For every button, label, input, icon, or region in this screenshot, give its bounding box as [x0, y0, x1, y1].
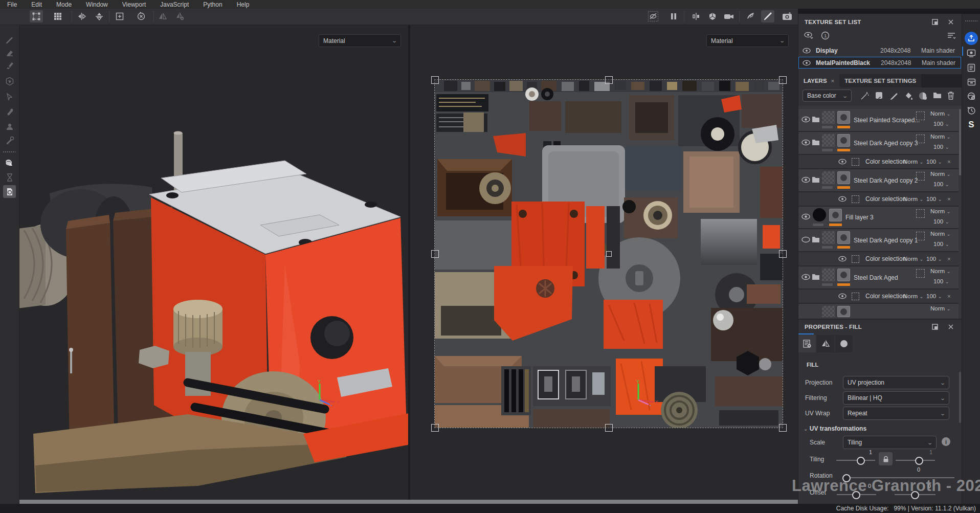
- layer-mask-slot[interactable]: [916, 269, 925, 278]
- add-effect-wand-icon[interactable]: [860, 91, 870, 101]
- reset-rotation-icon[interactable]: [135, 10, 148, 23]
- tiling-y-knob[interactable]: [915, 457, 923, 465]
- resources-updater-icon[interactable]: [3, 185, 16, 198]
- add-smart-mask-icon[interactable]: [918, 91, 928, 101]
- log-panel-icon[interactable]: [965, 61, 978, 74]
- polygon-fill-tool-icon[interactable]: [3, 75, 16, 87]
- remove-effect-icon[interactable]: ×: [947, 159, 951, 165]
- tiling-y-value[interactable]: 1: [929, 449, 932, 455]
- layer-row[interactable]: Steel Dark Aged copy 2 Norm ⌄ 100 ⌄: [798, 169, 959, 192]
- blend-mode-dropdown[interactable]: Norm ⌄: [930, 268, 951, 274]
- effect-thumbnail[interactable]: [852, 255, 859, 263]
- layer-mask-thumbnail[interactable]: [822, 231, 835, 244]
- menu-file[interactable]: File: [0, 1, 24, 8]
- visibility-sync-icon[interactable]: [804, 31, 814, 40]
- split-view-icon[interactable]: [689, 10, 703, 23]
- float-panel-icon[interactable]: [931, 323, 939, 330]
- blend-mode-dropdown[interactable]: Norm ⌄: [930, 133, 951, 140]
- scale-dropdown[interactable]: Tiling ⌄: [843, 436, 937, 449]
- opacity-dropdown[interactable]: 100 ⌄: [926, 159, 942, 165]
- uv-texture-canvas[interactable]: [435, 80, 783, 428]
- opacity-dropdown[interactable]: 100 ⌄: [933, 241, 949, 247]
- eye-icon[interactable]: [801, 116, 810, 123]
- layer-content-thumbnail[interactable]: [837, 269, 850, 281]
- shader-settings-icon[interactable]: [965, 90, 978, 103]
- eye-icon[interactable]: [803, 48, 811, 54]
- tab-layers[interactable]: LAYERS ×: [798, 74, 839, 87]
- fill-layer-thumbnail[interactable]: [813, 208, 826, 221]
- layer-mask-slot[interactable]: [916, 232, 925, 240]
- layer-content-thumbnail[interactable]: [829, 209, 842, 221]
- eye-icon[interactable]: [801, 213, 810, 220]
- camera-view-icon[interactable]: [722, 10, 736, 23]
- eraser-tool-icon[interactable]: [3, 46, 16, 59]
- layer-content-thumbnail[interactable]: [837, 306, 850, 317]
- blend-mode-dropdown[interactable]: Norm ⌄: [930, 208, 951, 214]
- blend-mode-dropdown[interactable]: Norm ⌄: [903, 196, 924, 202]
- layer-mask-slot[interactable]: [916, 111, 925, 120]
- mirror-horizontal-icon[interactable]: [75, 10, 88, 23]
- shading-mode-dropdown-2d[interactable]: Material ⌄: [706, 34, 789, 47]
- eye-icon[interactable]: [803, 60, 811, 66]
- layer-mask-slot[interactable]: [916, 135, 925, 143]
- channel-dropdown[interactable]: Base color ⌄: [803, 90, 852, 102]
- tab-close-icon[interactable]: ×: [831, 78, 835, 84]
- focus-frame-icon[interactable]: [113, 10, 126, 23]
- layer-row[interactable]: Steel Dark Aged copy 1 Norm ⌄ 100 ⌄: [798, 229, 959, 252]
- uv-transformations-header[interactable]: ⌄ UV transformations: [804, 425, 866, 432]
- share-export-icon[interactable]: [965, 32, 978, 45]
- layer-row[interactable]: Steel Painted Scraped... Norm ⌄ 100 ⌄: [798, 109, 959, 132]
- color-selection-effect-row[interactable]: Color selection Norm ⌄ 100 ⌄ ×: [798, 192, 959, 207]
- uv-handle-bottom-right[interactable]: [779, 424, 787, 432]
- eye-icon[interactable]: [838, 293, 847, 299]
- paint-brush-tool-icon[interactable]: [3, 33, 16, 46]
- menu-python[interactable]: Python: [196, 1, 229, 8]
- symmetry-settings-disabled-icon[interactable]: [173, 10, 187, 23]
- blend-mode-dropdown[interactable]: Norm ⌄: [930, 110, 951, 117]
- tiling-lock-button[interactable]: [879, 452, 893, 465]
- menu-window[interactable]: Window: [79, 1, 115, 8]
- rail-grip[interactable]: [965, 20, 978, 22]
- layer-row[interactable]: Fill layer 3 Norm ⌄ 100 ⌄: [798, 207, 959, 229]
- layer-mask-thumbnail[interactable]: [822, 269, 835, 281]
- mirror-vertical-icon[interactable]: [93, 10, 106, 23]
- menu-edit[interactable]: Edit: [24, 1, 49, 8]
- eye-icon[interactable]: [838, 256, 847, 262]
- effect-thumbnail[interactable]: [852, 195, 859, 203]
- blend-mode-dropdown[interactable]: Norm ⌄: [903, 293, 924, 299]
- remove-effect-icon[interactable]: ×: [947, 256, 951, 262]
- texture-set-row-display[interactable]: Display 2048x2048 Main shader: [798, 44, 962, 56]
- opacity-dropdown[interactable]: 100 ⌄: [926, 196, 942, 202]
- opacity-dropdown[interactable]: 100 ⌄: [933, 121, 949, 127]
- blend-mode-dropdown[interactable]: Norm ⌄: [930, 171, 951, 177]
- color-selection-effect-row[interactable]: Color selection Norm ⌄ 100 ⌄ ×: [798, 252, 959, 266]
- eye-icon[interactable]: [838, 196, 847, 202]
- opacity-dropdown[interactable]: 100 ⌄: [926, 256, 942, 262]
- layer-row[interactable]: Steel Dark Aged Norm ⌄ 100 ⌄: [798, 266, 959, 289]
- viewport-3d[interactable]: Material ⌄: [19, 25, 408, 500]
- color-picker-tool-icon[interactable]: [3, 133, 16, 146]
- blend-mode-dropdown[interactable]: Norm ⌄: [903, 159, 924, 165]
- layer-content-thumbnail[interactable]: [837, 231, 850, 244]
- uv-handle-top-left[interactable]: [431, 76, 439, 84]
- layer-mask-thumbnail[interactable]: [822, 134, 835, 147]
- tab-texture-set-settings[interactable]: TEXTURE SET SETTINGS: [839, 74, 921, 87]
- menu-javascript[interactable]: JavaScript: [153, 1, 196, 8]
- uv-handle-top-center[interactable]: [605, 76, 613, 84]
- eye-hidden-icon[interactable]: [801, 236, 810, 243]
- uv-wrap-dropdown[interactable]: Repeat ⌄: [843, 407, 949, 420]
- 3d-view-icon[interactable]: [706, 10, 719, 23]
- float-panel-icon[interactable]: [931, 18, 939, 26]
- blend-mode-dropdown[interactable]: Norm ⌄: [930, 305, 951, 311]
- tab-symmetry-icon[interactable]: [817, 335, 834, 352]
- eye-icon[interactable]: [801, 274, 810, 280]
- display-settings-icon[interactable]: [965, 47, 978, 60]
- add-smart-material-icon[interactable]: [875, 91, 884, 101]
- opacity-dropdown[interactable]: 100 ⌄: [933, 278, 949, 284]
- filtering-dropdown[interactable]: Bilinear | HQ ⌄: [843, 391, 949, 405]
- layer-row-partial[interactable]: Norm ⌄: [798, 304, 959, 319]
- rectangle-select-icon[interactable]: [30, 10, 43, 23]
- properties-scrollbar[interactable]: [959, 372, 961, 423]
- blend-mode-dropdown[interactable]: Norm ⌄: [930, 231, 951, 237]
- close-panel-icon[interactable]: [948, 19, 954, 25]
